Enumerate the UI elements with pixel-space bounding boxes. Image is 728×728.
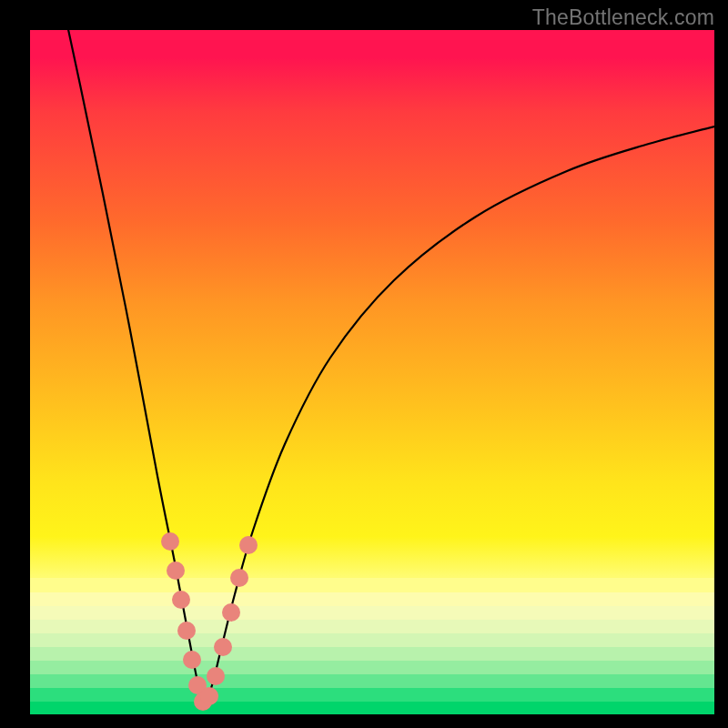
curve-marker bbox=[230, 569, 248, 587]
curve-markers bbox=[161, 532, 258, 711]
curve-marker bbox=[207, 667, 225, 685]
curve-marker bbox=[172, 591, 190, 609]
curve-layer bbox=[30, 30, 714, 714]
curve-marker bbox=[222, 603, 240, 622]
curve-marker bbox=[183, 651, 201, 669]
curve-marker bbox=[161, 532, 179, 551]
curve-marker bbox=[177, 622, 196, 640]
curve-marker bbox=[200, 687, 218, 705]
curve-marker bbox=[214, 638, 232, 656]
chart-frame: TheBottleneck.com bbox=[0, 0, 728, 728]
curve-marker bbox=[167, 561, 185, 580]
bottleneck-curve bbox=[66, 30, 714, 703]
watermark-text: TheBottleneck.com bbox=[532, 5, 714, 30]
curve-marker bbox=[239, 536, 258, 554]
plot-area bbox=[30, 30, 714, 714]
